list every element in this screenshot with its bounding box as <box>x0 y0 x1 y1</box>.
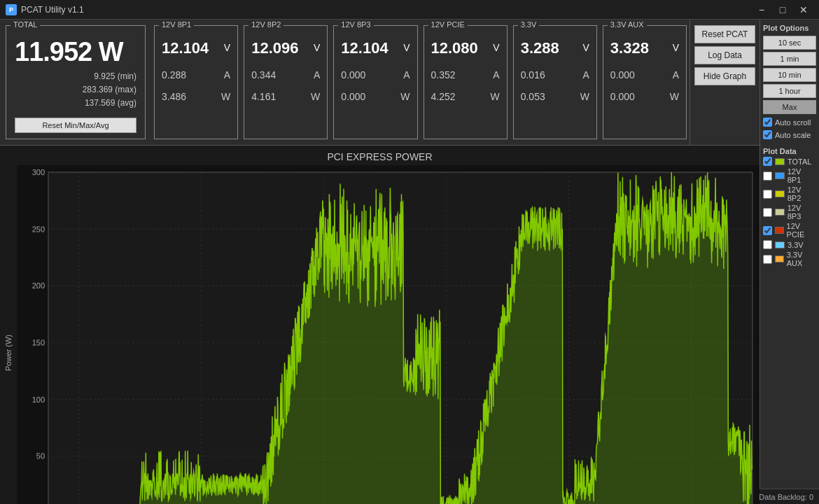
plot-data-item-2: 12V 8P2 <box>763 186 816 202</box>
chart-area: PCI EXPRESS POWER Power (W) Time (s) <box>0 146 760 504</box>
channel-box-4: 3.3V 3.288 V 0.016 A 0.053 W <box>513 25 597 139</box>
channel-label-2: 12V 8P3 <box>338 20 373 29</box>
log-data-button[interactable]: Log Data <box>694 46 755 64</box>
total-box: TOTAL 11.952 W 9.925 (min) 283.369 (max)… <box>6 25 146 139</box>
y-axis-label: Power (W) <box>0 165 17 504</box>
window-controls: − □ ✕ <box>752 2 813 18</box>
plot-data-checkbox-2[interactable] <box>763 190 772 199</box>
plot-data-item-3: 12V 8P3 <box>763 204 816 220</box>
channel-power-row-1: 4.161 W <box>251 88 320 106</box>
channel-label-4: 3.3V <box>518 20 540 29</box>
plot-10sec[interactable]: 10 sec <box>763 36 816 50</box>
main-content: TOTAL 11.952 W 9.925 (min) 283.369 (max)… <box>0 20 819 489</box>
app-icon: P <box>6 4 17 15</box>
action-buttons-panel: Reset PCATLog DataHide Graph <box>690 20 760 145</box>
plot-data-checkbox-1[interactable] <box>763 172 772 181</box>
channel-voltage-row-4: 3.288 V <box>521 34 589 62</box>
plot-options-label: Plot Options <box>763 24 816 32</box>
color-swatch-0 <box>775 158 785 165</box>
minimize-button[interactable]: − <box>752 2 771 18</box>
channel-power-row-4: 0.053 W <box>521 88 589 106</box>
total-label: TOTAL <box>10 20 40 29</box>
maximize-button[interactable]: □ <box>773 2 792 18</box>
plot-data-checkbox-3[interactable] <box>763 208 772 217</box>
total-min: 9.925 (min) <box>15 70 136 83</box>
channel-box-0: 12V 8P1 12.104 V 0.288 A 3.486 W <box>154 25 238 139</box>
close-button[interactable]: ✕ <box>794 2 813 18</box>
plot-data-checkbox-4[interactable] <box>763 226 772 235</box>
channel-label-3: 12V PCIE <box>428 20 468 29</box>
reset-minmaxavg-button[interactable]: Reset Min/Max/Avg <box>15 118 136 133</box>
plot-data-item-5: 3.3V <box>763 240 816 249</box>
app-title: PCAT Utility v1.1 <box>21 5 84 15</box>
titlebar: P PCAT Utility v1.1 − □ ✕ <box>0 0 819 20</box>
color-swatch-6 <box>775 255 784 262</box>
channel-voltage-row-0: 12.104 V <box>162 34 230 62</box>
metrics-row: TOTAL 11.952 W 9.925 (min) 283.369 (max)… <box>0 20 760 146</box>
titlebar-left: P PCAT Utility v1.1 <box>6 4 84 15</box>
color-swatch-4 <box>775 227 784 234</box>
total-avg: 137.569 (avg) <box>15 97 136 110</box>
plot-10min[interactable]: 10 min <box>763 68 816 82</box>
plot-panel: Plot Options 10 sec1 min10 min1 hourMaxA… <box>760 20 819 489</box>
plot-data-checkbox-5[interactable] <box>763 240 772 249</box>
color-swatch-3 <box>775 209 785 216</box>
channel-current-row-4: 0.016 A <box>521 66 589 84</box>
channel-power-row-3: 4.252 W <box>431 88 500 106</box>
auto_scale-row: Auto scale <box>763 130 816 139</box>
channel-box-3: 12V PCIE 12.080 V 0.352 A 4.252 W <box>424 25 507 139</box>
total-stats: 9.925 (min) 283.369 (max) 137.569 (avg) <box>15 70 136 111</box>
channel-label-5: 3.3V AUX <box>608 20 647 29</box>
channel-current-row-2: 0.000 A <box>341 66 410 84</box>
auto_scroll-checkbox[interactable] <box>763 118 772 127</box>
plot-data-checkbox-6[interactable] <box>763 255 772 264</box>
channel-power-row-0: 3.486 W <box>162 88 230 106</box>
channel-voltage-row-1: 12.096 V <box>251 34 320 62</box>
channel-current-row-5: 0.000 A <box>610 66 679 84</box>
auto_scroll-row: Auto scroll <box>763 118 816 127</box>
channel-current-row-0: 0.288 A <box>162 66 230 84</box>
channel-box-2: 12V 8P3 12.104 V 0.000 A 0.000 W <box>333 25 417 139</box>
channel-voltage-row-2: 12.104 V <box>341 34 410 62</box>
channel-power-row-2: 0.000 W <box>341 88 410 106</box>
channel-box-5: 3.3V AUX 3.328 V 0.000 A 0.000 W <box>603 25 687 139</box>
plot-1hour[interactable]: 1 hour <box>763 84 816 98</box>
plot-data-item-6: 3.3V AUX <box>763 251 816 267</box>
hide-graph-button[interactable]: Hide Graph <box>694 67 755 85</box>
plot-data-item-1: 12V 8P1 <box>763 167 816 184</box>
power-chart <box>17 165 760 504</box>
channel-label-1: 12V 8P2 <box>248 20 284 29</box>
plot-data-checkbox-0[interactable] <box>763 157 772 166</box>
channel-current-row-3: 0.352 A <box>431 66 500 84</box>
plot-1min[interactable]: 1 min <box>763 52 816 66</box>
channel-label-0: 12V 8P1 <box>159 20 194 29</box>
chart-inner <box>17 165 760 504</box>
channel-power-row-5: 0.000 W <box>610 88 679 106</box>
channel-voltage-row-3: 12.080 V <box>431 34 500 62</box>
plot-data-item-0: TOTAL <box>763 157 816 166</box>
plot-data-section: Plot DataTOTAL12V 8P112V 8P212V 8P312V P… <box>763 147 816 269</box>
channel-voltage-row-5: 3.328 V <box>610 34 679 62</box>
auto_scale-checkbox[interactable] <box>763 130 772 139</box>
color-swatch-1 <box>775 172 785 179</box>
channel-boxes: 12V 8P1 12.104 V 0.288 A 3.486 W 12V 8P2… <box>151 20 690 145</box>
reset-pcat-button[interactable]: Reset PCAT <box>694 25 755 43</box>
chart-container: Power (W) <box>0 165 760 504</box>
total-max: 283.369 (max) <box>15 83 136 97</box>
plot-data-label: Plot Data <box>763 147 816 155</box>
channel-box-1: 12V 8P2 12.096 V 0.344 A 4.161 W <box>244 25 328 139</box>
channel-current-row-1: 0.344 A <box>251 66 320 84</box>
chart-title: PCI EXPRESS POWER <box>0 146 760 165</box>
color-swatch-5 <box>775 241 785 248</box>
plot-max[interactable]: Max <box>763 100 816 114</box>
color-swatch-2 <box>775 190 785 197</box>
plot-data-item-4: 12V PCIE <box>763 222 816 239</box>
total-value: 11.952 W <box>15 37 136 67</box>
left-panel: TOTAL 11.952 W 9.925 (min) 283.369 (max)… <box>0 20 760 489</box>
